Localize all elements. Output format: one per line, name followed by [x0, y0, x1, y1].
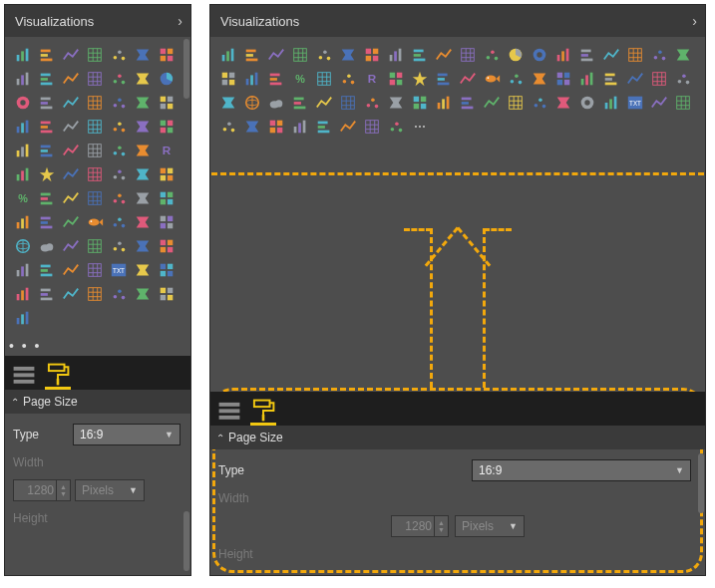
- viz-custom-1[interactable]: [108, 163, 130, 185]
- viz-custom-x[interactable]: [289, 116, 311, 138]
- viz-fish[interactable]: [84, 211, 106, 233]
- collapse-icon[interactable]: ›: [692, 13, 697, 29]
- viz-custom-26[interactable]: [132, 283, 154, 305]
- viz-network[interactable]: [84, 163, 106, 185]
- viz-candlestick[interactable]: [624, 68, 646, 90]
- viz-custom-n[interactable]: [481, 92, 503, 114]
- viz-area[interactable]: [361, 44, 383, 66]
- viz-line-column[interactable]: [36, 68, 58, 90]
- viz-custom-c[interactable]: [576, 68, 598, 90]
- viz-map[interactable]: [313, 68, 335, 90]
- viz-custom-13[interactable]: [108, 235, 130, 257]
- format-tab[interactable]: [250, 398, 276, 426]
- viz-custom-8[interactable]: [60, 211, 82, 233]
- viz-tornado[interactable]: [156, 235, 178, 257]
- viz-custom-f[interactable]: [289, 92, 311, 114]
- viz-star[interactable]: [409, 68, 431, 90]
- viz-stacked-100[interactable]: [108, 44, 130, 66]
- viz-custom-e[interactable]: [217, 92, 239, 114]
- viz-custom-19[interactable]: [132, 259, 154, 281]
- viz-custom-24[interactable]: [84, 283, 106, 305]
- viz-custom-5[interactable]: [84, 187, 106, 209]
- viz-custom-j[interactable]: [385, 92, 407, 114]
- viz-globe[interactable]: [12, 235, 34, 257]
- viz-custom-12[interactable]: [84, 235, 106, 257]
- type-dropdown[interactable]: 16:9 ▼: [472, 459, 691, 481]
- viz-clustered-column[interactable]: [36, 44, 58, 66]
- viz-more-1[interactable]: [108, 140, 130, 161]
- viz-line[interactable]: [132, 44, 154, 66]
- viz-donut[interactable]: [529, 44, 550, 66]
- viz-stacked-bar[interactable]: [12, 44, 34, 66]
- viz-multi-card[interactable]: [241, 68, 263, 90]
- viz-txt[interactable]: TXT: [624, 92, 646, 114]
- viz-custom-k[interactable]: [409, 92, 431, 114]
- viz-python[interactable]: [12, 140, 34, 161]
- more-visuals-ellipsis[interactable]: ⋯: [409, 116, 431, 138]
- viz-custom-9[interactable]: [132, 211, 154, 233]
- viz-cloud[interactable]: [36, 235, 58, 257]
- viz-line-stacked[interactable]: [12, 68, 34, 90]
- viz-gauge[interactable]: [132, 92, 154, 114]
- viz-network[interactable]: [457, 68, 479, 90]
- viz-pie[interactable]: [505, 44, 527, 66]
- viz-custom-b[interactable]: [552, 68, 574, 90]
- page-size-section-header[interactable]: ⌃ Page Size: [210, 426, 705, 449]
- more-visuals-ellipsis[interactable]: • • •: [5, 336, 190, 356]
- viz-multi-card[interactable]: [12, 116, 34, 138]
- viz-fish[interactable]: [481, 68, 503, 90]
- viz-donut[interactable]: [12, 92, 34, 114]
- scrollbar[interactable]: [183, 511, 189, 571]
- viz-custom-2[interactable]: [132, 163, 154, 185]
- viz-map[interactable]: [84, 116, 106, 138]
- viz-custom-28[interactable]: [12, 307, 34, 329]
- viz-card[interactable]: [217, 68, 239, 90]
- viz-line-stacked[interactable]: [385, 44, 407, 66]
- viz-custom-21[interactable]: [12, 283, 34, 305]
- viz-custom-g[interactable]: [313, 92, 335, 114]
- viz-custom-h[interactable]: [337, 92, 359, 114]
- viz-line[interactable]: [337, 44, 359, 66]
- viz-custom-3[interactable]: [156, 163, 178, 185]
- viz-funnel[interactable]: [108, 92, 130, 114]
- viz-more-3[interactable]: [12, 163, 34, 185]
- viz-shape-map[interactable]: [132, 116, 154, 138]
- viz-card[interactable]: [156, 92, 178, 114]
- viz-filled-map[interactable]: [108, 116, 130, 138]
- viz-pyramid[interactable]: [648, 68, 670, 90]
- viz-star[interactable]: [36, 163, 58, 185]
- viz-custom-22[interactable]: [36, 283, 58, 305]
- viz-line-clustered[interactable]: [108, 68, 130, 90]
- viz-globe[interactable]: [241, 92, 263, 114]
- panel-header[interactable]: Visualizations ›: [210, 5, 705, 37]
- viz-stacked-bar-h[interactable]: [265, 44, 287, 66]
- viz-qa[interactable]: [60, 140, 82, 161]
- viz-clustered-bar-h[interactable]: [289, 44, 311, 66]
- viz-custom-q[interactable]: [552, 92, 574, 114]
- viz-txt[interactable]: TXT: [108, 259, 130, 281]
- viz-bullet[interactable]: [60, 163, 82, 185]
- viz-candlestick[interactable]: [156, 187, 178, 209]
- viz-custom-ab[interactable]: [385, 116, 407, 138]
- viz-gauge[interactable]: [672, 44, 694, 66]
- viz-custom-p[interactable]: [529, 92, 550, 114]
- viz-bullet[interactable]: [433, 68, 455, 90]
- viz-r-script[interactable]: R: [156, 140, 178, 161]
- viz-custom-o[interactable]: [505, 92, 527, 114]
- viz-custom-16[interactable]: [36, 259, 58, 281]
- viz-custom-d[interactable]: [600, 68, 622, 90]
- viz-percent[interactable]: %: [12, 187, 34, 209]
- viz-custom-y[interactable]: [313, 116, 335, 138]
- viz-donut-2[interactable]: [576, 92, 598, 114]
- viz-custom-4[interactable]: [60, 187, 82, 209]
- viz-custom-m[interactable]: [457, 92, 479, 114]
- viz-custom-18[interactable]: [84, 259, 106, 281]
- viz-custom-w[interactable]: [265, 116, 287, 138]
- fields-tab[interactable]: [216, 398, 242, 426]
- viz-line-column[interactable]: [409, 44, 431, 66]
- viz-more-2[interactable]: [132, 140, 154, 161]
- type-dropdown[interactable]: 16:9 ▼: [73, 424, 180, 445]
- viz-waterfall[interactable]: [84, 68, 106, 90]
- viz-area[interactable]: [156, 44, 178, 66]
- viz-custom-6[interactable]: [132, 187, 154, 209]
